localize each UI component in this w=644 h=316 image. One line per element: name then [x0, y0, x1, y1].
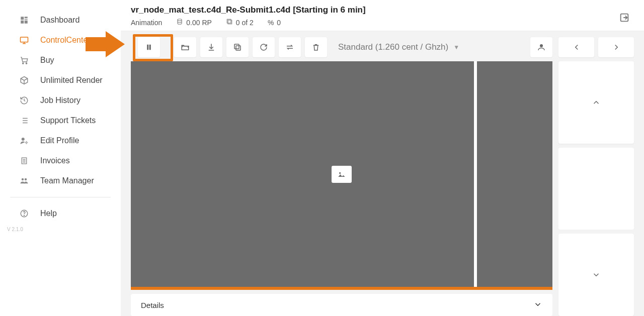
refresh-button[interactable] [253, 37, 275, 57]
svg-rect-5 [21, 37, 28, 42]
sidebar-item-label: Team Manager [40, 176, 94, 185]
main: vr_node_mat_test.c4d_Re-Submit1.c4d [Sta… [121, 0, 644, 316]
sidebar-item-label: Job History [40, 96, 80, 105]
details-toggle[interactable]: Details [131, 294, 552, 316]
svg-rect-2 [25, 19, 28, 20]
swap-button[interactable] [279, 37, 301, 57]
download-button[interactable] [200, 37, 222, 57]
percent-complete: % 0 [268, 19, 281, 27]
svg-point-23 [25, 178, 27, 181]
delete-button[interactable] [305, 37, 327, 57]
job-title: vr_node_mat_test.c4d_Re-Submit1.c4d [Sta… [131, 5, 634, 15]
svg-point-9 [26, 63, 27, 64]
svg-point-36 [339, 172, 341, 173]
logout-icon[interactable] [619, 12, 630, 25]
sidebar-separator [10, 197, 111, 197]
sidebar-item-teammanager[interactable]: Team Manager [0, 171, 121, 191]
percent-icon: % [268, 19, 274, 27]
svg-point-35 [540, 44, 543, 47]
svg-point-26 [178, 19, 182, 21]
svg-rect-33 [236, 46, 240, 50]
next-button[interactable] [598, 37, 634, 57]
sidebar-item-invoices[interactable]: Invoices [0, 151, 121, 171]
pause-button[interactable] [138, 37, 160, 57]
cart-icon [18, 56, 30, 65]
user-gear-icon [18, 136, 30, 145]
right-panel [558, 37, 634, 316]
expand-down-button[interactable] [558, 234, 634, 316]
svg-rect-0 [21, 17, 24, 20]
sidebar-item-label: Dashboard [40, 16, 79, 25]
sidebar-item-buy[interactable]: Buy [0, 50, 121, 70]
cube-icon [18, 76, 30, 85]
history-icon [18, 96, 30, 105]
copy-button[interactable] [226, 37, 249, 57]
sidebar-item-label: ControlCenter [40, 36, 91, 45]
sidebar-item-unlimited[interactable]: Unlimited Render [0, 70, 121, 90]
sidebar-item-jobhistory[interactable]: Job History [0, 90, 121, 111]
monitor-icon [18, 36, 30, 45]
svg-rect-34 [234, 44, 239, 49]
open-folder-button[interactable] [174, 37, 196, 57]
chevron-down-icon [533, 300, 542, 310]
chevron-down-icon: ▼ [453, 44, 459, 51]
sidebar-item-label: Buy [40, 56, 54, 65]
sidebar-item-label: Help [40, 209, 57, 218]
svg-point-8 [23, 63, 24, 64]
svg-rect-3 [21, 21, 24, 24]
svg-point-22 [22, 178, 24, 181]
svg-rect-32 [149, 45, 151, 50]
job-toolbar: Standard (1.260 cent / Ghzh) ▼ [131, 37, 552, 57]
dashboard-icon [18, 16, 30, 25]
svg-rect-31 [147, 45, 148, 50]
svg-rect-1 [25, 17, 28, 18]
job-header: vr_node_mat_test.c4d_Re-Submit1.c4d [Sta… [121, 0, 644, 31]
prev-button[interactable] [558, 37, 594, 57]
sidebar-item-label: Edit Profile [40, 136, 79, 145]
svg-rect-4 [25, 21, 28, 24]
sidebar-item-support[interactable]: Support Tickets [0, 111, 121, 131]
image-placeholder-icon [332, 166, 352, 183]
coins-icon [176, 18, 183, 27]
sidebar-item-label: Invoices [40, 156, 70, 165]
collapse-up-button[interactable] [558, 61, 634, 144]
sidebar-item-label: Unlimited Render [40, 76, 103, 85]
pricing-dropdown[interactable]: Standard (1.260 cent / Ghzh) ▼ [331, 37, 466, 57]
sidebar: Dashboard ControlCenter Buy Unlimited Re… [0, 0, 121, 316]
sidebar-item-help[interactable]: Help [0, 203, 121, 224]
version-label: V 2.1.0 [0, 224, 121, 235]
job-type: Animation [131, 19, 162, 27]
svg-point-25 [24, 215, 24, 216]
file-icon [18, 156, 30, 165]
team-icon [18, 176, 30, 185]
svg-point-17 [26, 142, 27, 143]
sidebar-item-editprofile[interactable]: Edit Profile [0, 131, 121, 151]
svg-rect-27 [228, 20, 232, 24]
preview-area [131, 61, 552, 290]
svg-point-16 [22, 138, 25, 141]
sidebar-item-dashboard[interactable]: Dashboard [0, 10, 121, 30]
preview-divider [474, 61, 477, 287]
help-icon [18, 209, 30, 218]
sidebar-item-controlcenter[interactable]: ControlCenter [0, 30, 121, 50]
right-panel-body [558, 148, 634, 230]
render-points: 0.00 RP [176, 18, 212, 27]
svg-rect-28 [227, 19, 231, 23]
sidebar-item-label: Support Tickets [40, 116, 96, 125]
frames-icon [226, 18, 233, 27]
frames-count: 0 of 2 [226, 18, 254, 27]
list-icon [18, 116, 30, 125]
user-button[interactable] [530, 37, 552, 57]
